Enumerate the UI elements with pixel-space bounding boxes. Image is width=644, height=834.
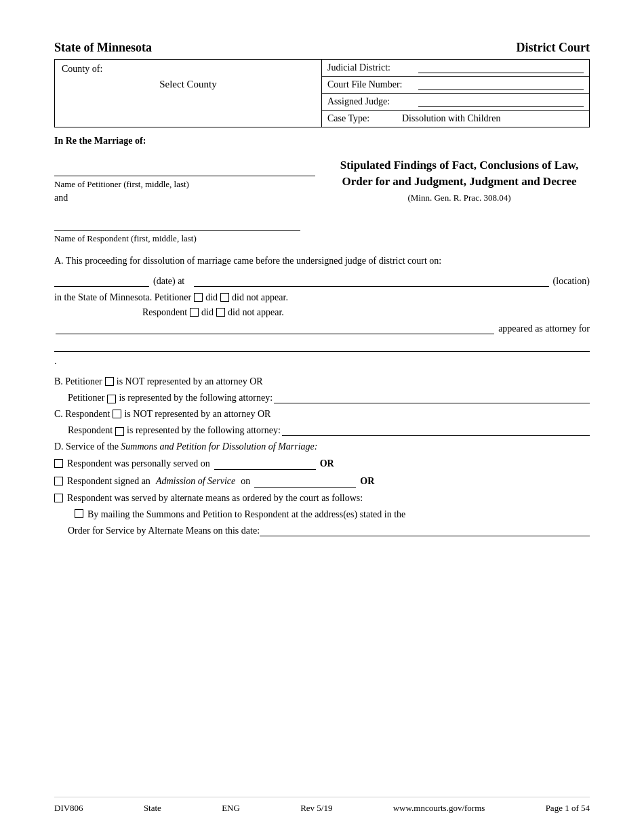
attorney-name-line (56, 322, 494, 334)
court-title: District Court (517, 41, 590, 55)
d3-text: Respondent was served by alternate means… (67, 493, 363, 504)
b-not-rep-checkbox[interactable] (105, 377, 114, 386)
d1-text: Respondent was personally served on (67, 458, 210, 469)
footer-language: ENG (222, 803, 240, 814)
d3-checkbox[interactable] (54, 494, 63, 502)
respondent-text: Respondent (142, 307, 187, 318)
respondent-did-not-label: did not appear. (228, 307, 284, 318)
petitioner-did-label: did (205, 292, 218, 303)
assigned-judge-label: Assigned Judge: (327, 96, 416, 107)
section-c: C. Respondent is NOT represented by an a… (54, 409, 590, 436)
d2-or: OR (360, 476, 374, 487)
c-rep-text: is represented by the following attorney… (127, 425, 281, 436)
order-date-line (260, 524, 590, 536)
d3a-row: By mailing the Summons and Petition to R… (54, 509, 590, 520)
respondent-section: Name of Respondent (first, middle, last) (54, 214, 590, 244)
case-type-value: Dissolution with Children (402, 113, 500, 124)
b-attorney-line (274, 391, 590, 403)
county-cell: County of: Select County (55, 60, 322, 127)
respondent-appear-row: Respondent did did not appear. (54, 307, 590, 318)
petitioner-appear-row: in the State of Minnesota. Petitioner di… (54, 292, 590, 303)
section-b-row: B. Petitioner is NOT represented by an a… (54, 376, 590, 387)
date-at-label: (date) at (153, 276, 184, 287)
county-select[interactable]: Select County (62, 75, 315, 94)
d-italic: Summons and Petition for Dissolution of … (121, 441, 317, 452)
d1-row: Respondent was personally served on OR (54, 458, 590, 470)
d2-checkbox[interactable] (54, 477, 63, 485)
respondent-did-label: did (201, 307, 214, 318)
footer-state: State (144, 803, 161, 814)
assigned-judge-line (418, 96, 584, 107)
b-rep-text: is represented by the following attorney… (119, 393, 273, 403)
appeared-text: appeared as attorney for (498, 323, 590, 334)
d2-date-line (254, 475, 356, 488)
c-rep-label: Respondent (68, 425, 113, 436)
b-rep-label: Petitioner (68, 393, 104, 403)
d1-or: OR (320, 458, 334, 469)
respondent-did-not-checkbox[interactable] (216, 308, 225, 317)
d1-checkbox[interactable] (54, 459, 63, 468)
section-a-text: A. This proceeding for dissolution of ma… (54, 254, 590, 268)
and-text: and (54, 193, 315, 203)
d2-text: Respondent signed an (67, 476, 150, 487)
case-type-label: Case Type: (327, 113, 388, 124)
order-line-row: Order for Service by Alternate Means on … (54, 524, 590, 536)
c-rep-row: Respondent is represented by the followi… (54, 424, 590, 436)
petitioner-did-not-checkbox[interactable] (220, 293, 229, 302)
court-info-grid: County of: Select County Judicial Distri… (54, 59, 590, 127)
petitioner-did-checkbox[interactable] (194, 293, 203, 302)
section-d-label-row: D. Service of the Summons and Petition f… (54, 441, 590, 452)
attorney-for-row: appeared as attorney for (54, 322, 590, 334)
attorney-second-line (54, 338, 590, 352)
c-not-rep-checkbox[interactable] (113, 410, 121, 418)
b-rep-checkbox[interactable] (107, 395, 116, 403)
b-not-rep-text: is NOT represented by an attorney OR (117, 376, 263, 387)
footer-page: Page 1 of 54 (546, 803, 590, 814)
state-title: State of Minnesota (54, 41, 152, 55)
b-rep-row: Petitioner is represented by the followi… (54, 391, 590, 403)
judicial-district-label: Judicial District: (327, 62, 416, 73)
court-file-row: Court File Number: (322, 76, 589, 93)
judicial-district-line (418, 62, 584, 73)
state-mn-text: in the State of Minnesota. Petitioner (54, 292, 191, 303)
assigned-judge-row: Assigned Judge: (322, 93, 589, 110)
court-file-line (418, 79, 584, 90)
case-type-row: Case Type: Dissolution with Children (322, 110, 589, 127)
respondent-name-line (54, 214, 300, 231)
date-location-row: (date) at (location) (54, 275, 590, 287)
d3a-text: By mailing the Summons and Petition to R… (87, 509, 405, 520)
d2-row: Respondent signed an Admission of Servic… (54, 475, 590, 488)
in-re-label: In Re the Marriage of: (54, 136, 590, 146)
date-line (54, 275, 149, 287)
c-not-rep-text: is NOT represented by an attorney OR (124, 409, 270, 420)
location-label: (location) (553, 276, 590, 287)
section-d: D. Service of the Summons and Petition f… (54, 441, 590, 536)
section-b: B. Petitioner is NOT represented by an a… (54, 376, 590, 403)
footer-rev: Rev 5/19 (300, 803, 332, 814)
d-label: D. Service of the (54, 441, 119, 452)
respondent-did-checkbox[interactable] (190, 308, 199, 317)
petitioner-name-line (54, 160, 315, 176)
document-title-sub: (Minn. Gen. R. Prac. 308.04) (329, 193, 590, 203)
b-label: B. Petitioner (54, 376, 102, 387)
petitioner-section: Name of Petitioner (first, middle, last)… (54, 157, 315, 203)
main-content-grid: Name of Petitioner (first, middle, last)… (54, 157, 590, 203)
county-label: County of: (62, 64, 315, 75)
d3-row: Respondent was served by alternate means… (54, 493, 590, 504)
order-line-text: Order for Service by Alternate Means on … (68, 525, 260, 536)
petitioner-name-label: Name of Petitioner (first, middle, last) (54, 179, 315, 190)
location-line (194, 275, 548, 287)
footer: DIV806 State ENG Rev 5/19 www.mncourts.g… (54, 797, 590, 814)
footer-form-id: DIV806 (54, 803, 83, 814)
document-page: State of Minnesota District Court County… (0, 0, 644, 834)
document-title: Stipulated Findings of Fact, Conclusions… (329, 157, 590, 190)
court-file-label: Court File Number: (327, 79, 416, 90)
header-section: State of Minnesota District Court (54, 41, 590, 55)
c-rep-checkbox[interactable] (115, 427, 124, 436)
d3a-checkbox[interactable] (75, 509, 83, 518)
title-section: Stipulated Findings of Fact, Conclusions… (329, 157, 590, 203)
footer-website: www.mncourts.gov/forms (393, 803, 485, 814)
d2-text2: on (241, 476, 250, 487)
c-attorney-line (282, 424, 590, 436)
d1-date-line (214, 458, 316, 470)
